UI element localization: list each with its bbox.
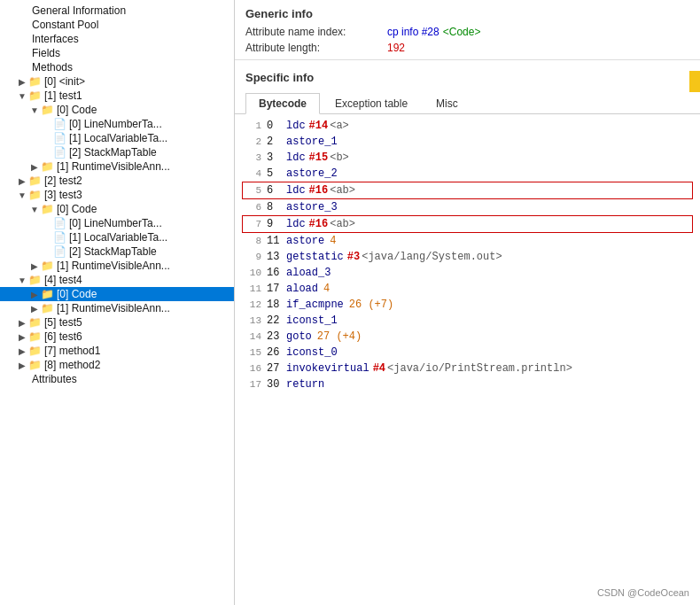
tree-label: Interfaces <box>32 33 79 45</box>
tree-label: [1] RuntimeVisibleAnn... <box>57 302 170 314</box>
bc-linenum: 11 <box>244 281 261 297</box>
bc-line-16: 1627 invokevirtual #4 <java/io/PrintStre… <box>242 361 693 376</box>
tree-item-test3-code-local[interactable]: 📄[1] LocalVariableTa... <box>0 230 234 244</box>
bc-instr: invokevirtual <box>286 361 369 376</box>
bc-ref: #14 <box>309 118 329 134</box>
tree-label: [0] LineNumberTa... <box>69 217 162 229</box>
expand-btn-test3-runtime[interactable]: ▶ <box>28 261 41 271</box>
expand-btn-test1-runtime[interactable]: ▶ <box>28 162 41 172</box>
tree-item-fields[interactable]: Fields <box>0 46 234 60</box>
tree-item-test3-code[interactable]: ▼📁[0] Code <box>0 202 234 216</box>
folder-icon: 📁 <box>41 104 55 116</box>
tree-item-constant-pool[interactable]: Constant Pool <box>0 18 234 32</box>
bc-line-4: 45 astore_2 <box>242 166 693 182</box>
bc-offset: 22 <box>267 313 286 329</box>
generic-info-title: Generic info <box>235 0 700 24</box>
bc-comment: <ab> <box>330 216 355 232</box>
tree-item-init[interactable]: ▶📁[0] <init> <box>0 74 234 89</box>
tree-item-test4-runtime[interactable]: ▶📁[1] RuntimeVisibleAnn... <box>0 301 234 315</box>
bc-instr: ldc <box>286 182 306 198</box>
tree-label: [0] <init> <box>44 75 85 88</box>
bc-ref: #16 <box>309 182 329 198</box>
attr-name-link[interactable]: cp info #28 <box>387 26 439 38</box>
tree-label: [0] Code <box>57 288 97 300</box>
expand-btn-test1-code[interactable]: ▼ <box>28 105 41 115</box>
bc-line-6: 68 astore_3 <box>242 199 693 215</box>
tree-label: [1] RuntimeVisibleAnn... <box>57 160 170 173</box>
tree-item-test1[interactable]: ▼📁[1] test1 <box>0 89 234 103</box>
bc-line-10: 1016 aload_3 <box>242 265 693 281</box>
expand-btn-test4-runtime[interactable]: ▶ <box>28 304 41 314</box>
bc-line-11: 1117 aload 4 <box>242 281 693 297</box>
folder-icon: 📁 <box>28 316 43 329</box>
bc-ref: #16 <box>309 216 329 232</box>
tabs-bar: BytecodeException tableMisc <box>235 93 700 114</box>
tree-item-test1-code-local[interactable]: 📄[1] LocalVariableTa... <box>0 131 234 145</box>
expand-btn-test1[interactable]: ▼ <box>16 91 28 101</box>
no-icon <box>16 19 30 31</box>
tree-item-method2[interactable]: ▶📁[8] method2 <box>0 358 234 372</box>
expand-btn-method2[interactable]: ▶ <box>16 361 28 370</box>
tree-label: [5] test5 <box>44 316 82 329</box>
no-icon <box>16 4 30 17</box>
bc-instr: iconst_0 <box>286 345 338 361</box>
tree-item-test4[interactable]: ▼📁[4] test4 <box>0 273 234 287</box>
tree-item-test2[interactable]: ▶📁[2] test2 <box>0 174 234 188</box>
bc-offset: 16 <box>267 265 286 281</box>
tree-label: [0] Code <box>57 104 97 116</box>
bc-offset: 0 <box>267 118 286 134</box>
expand-btn-method1[interactable]: ▶ <box>16 346 28 356</box>
bc-offset: 6 <box>267 182 286 198</box>
attr-length-row: Attribute length: 192 <box>235 40 700 56</box>
tree-item-test3-code-line[interactable]: 📄[0] LineNumberTa... <box>0 216 234 230</box>
bc-line-9: 913 getstatic #3 <java/lang/System.out> <box>242 249 693 265</box>
expand-btn-test2[interactable]: ▶ <box>16 176 28 186</box>
attr-length-label: Attribute length: <box>245 42 387 54</box>
tab-misc[interactable]: Misc <box>423 93 471 113</box>
bc-line-5: 56 ldc #16 <ab> <box>242 182 693 199</box>
tree-label: [1] LocalVariableTa... <box>69 132 167 144</box>
expand-btn-test3[interactable]: ▼ <box>16 190 28 200</box>
tree-item-test1-runtime[interactable]: ▶📁[1] RuntimeVisibleAnn... <box>0 159 234 174</box>
expand-btn-test3-code[interactable]: ▼ <box>28 205 41 214</box>
expand-btn-test4-code[interactable]: ▶ <box>28 290 41 299</box>
expand-btn-init[interactable]: ▶ <box>16 77 28 87</box>
tree-item-test1-code-line[interactable]: 📄[0] LineNumberTa... <box>0 117 234 131</box>
no-icon <box>16 373 30 385</box>
bc-instr: getstatic <box>286 249 344 265</box>
tree-item-test3-runtime[interactable]: ▶📁[1] RuntimeVisibleAnn... <box>0 259 234 273</box>
tree-item-test3[interactable]: ▼📁[3] test3 <box>0 188 234 202</box>
tree-label: Fields <box>32 47 60 59</box>
file-icon: 📄 <box>53 118 67 130</box>
bc-comment: <java/io/PrintStream.println> <box>387 361 572 376</box>
expand-btn-test4[interactable]: ▼ <box>16 275 28 285</box>
tree-item-test3-code-stack[interactable]: 📄[2] StackMapTable <box>0 244 234 259</box>
tree-item-interfaces[interactable]: Interfaces <box>0 32 234 46</box>
expand-btn-test6[interactable]: ▶ <box>16 332 28 342</box>
tree-item-test6[interactable]: ▶📁[6] test6 <box>0 330 234 344</box>
bc-numval: 4 <box>323 281 330 297</box>
tree-item-test1-code[interactable]: ▼📁[0] Code <box>0 103 234 117</box>
bc-instr: return <box>286 376 324 392</box>
tree-item-test1-code-stack[interactable]: 📄[2] StackMapTable <box>0 145 234 159</box>
bc-linenum: 6 <box>244 199 261 215</box>
tab-bytecode[interactable]: Bytecode <box>245 93 320 114</box>
expand-btn-test5[interactable]: ▶ <box>16 318 28 328</box>
bc-offset: 30 <box>267 376 286 392</box>
tree-item-methods[interactable]: Methods <box>0 60 234 74</box>
bc-instr: ldc <box>286 216 306 232</box>
bc-linenum: 14 <box>244 329 261 345</box>
bc-ref: #15 <box>309 150 329 166</box>
bc-linenum: 9 <box>244 249 261 265</box>
tree-label: Constant Pool <box>32 19 98 31</box>
tab-exception-table[interactable]: Exception table <box>322 93 421 113</box>
bytecode-area[interactable]: 10 ldc #14 <a>22 astore_133 ldc #15 <b>4… <box>235 114 700 605</box>
tree-item-attributes[interactable]: Attributes <box>0 372 234 386</box>
tree-item-general-info[interactable]: General Information <box>0 4 234 18</box>
tree-item-method1[interactable]: ▶📁[7] method1 <box>0 344 234 358</box>
tree-item-test5[interactable]: ▶📁[5] test5 <box>0 315 234 330</box>
bc-instr: ldc <box>286 150 306 166</box>
tree-item-test4-code[interactable]: ▶📁[0] Code <box>0 287 234 301</box>
bc-linenum: 5 <box>244 182 261 198</box>
bc-line-8: 811 astore 4 <box>242 233 693 249</box>
